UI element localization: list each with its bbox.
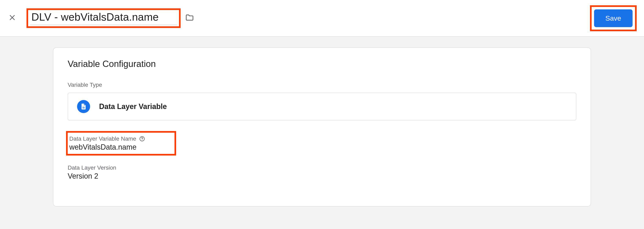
data-layer-version-value[interactable]: Version 2 — [68, 172, 576, 180]
dlv-name-label: Data Layer Variable Name — [69, 135, 136, 142]
variable-configuration-card: Variable Configuration Variable Type Dat… — [53, 47, 591, 206]
help-icon[interactable] — [139, 136, 145, 142]
close-icon — [8, 14, 16, 23]
editor-header: DLV - webVitalsData.name Save — [0, 0, 644, 37]
data-layer-variable-icon — [77, 100, 90, 113]
folder-button[interactable] — [185, 13, 194, 24]
close-button[interactable] — [6, 12, 18, 24]
card-heading: Variable Configuration — [68, 59, 576, 69]
annotation-highlight-title: DLV - webVitalsData.name — [26, 8, 180, 28]
editor-body: Variable Configuration Variable Type Dat… — [0, 37, 644, 229]
svg-point-3 — [142, 140, 142, 140]
variable-type-label: Variable Type — [68, 82, 576, 88]
save-button[interactable]: Save — [594, 10, 633, 27]
annotation-highlight-save: Save — [590, 5, 637, 31]
folder-icon — [185, 13, 194, 24]
data-layer-version-label: Data Layer Version — [68, 164, 116, 171]
variable-name-input[interactable]: DLV - webVitalsData.name — [30, 11, 177, 25]
dlv-name-value[interactable]: webVitalsData.name — [68, 143, 170, 151]
annotation-highlight-dlv-name: Data Layer Variable Name webVitalsData.n… — [66, 131, 176, 155]
variable-type-selector[interactable]: Data Layer Variable — [68, 93, 576, 120]
variable-type-name: Data Layer Variable — [99, 102, 167, 111]
